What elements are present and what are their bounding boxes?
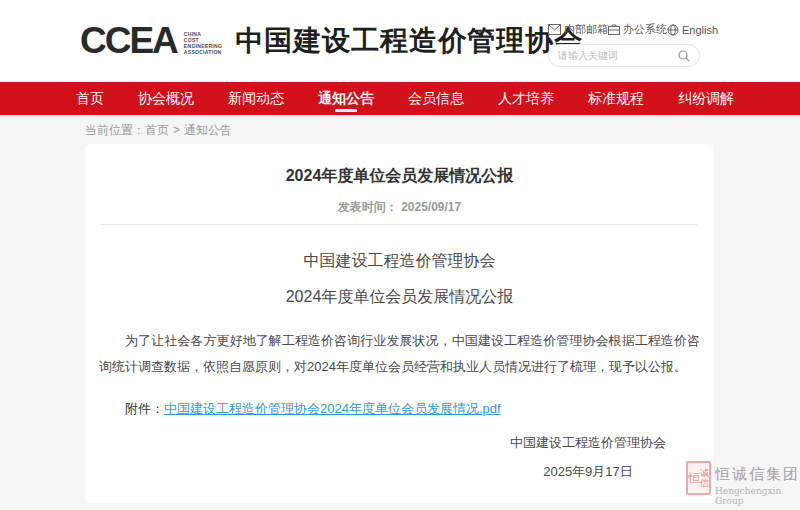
breadcrumb-prefix: 当前位置： — [85, 123, 145, 137]
breadcrumb: 当前位置：首页>通知公告 — [0, 115, 800, 139]
article-title: 2024年度单位会员发展情况公报 — [85, 144, 714, 187]
watermark-text: 恒诚信集团 Hengchengxin Group — [715, 465, 800, 506]
nav-item-news[interactable]: 新闻动态 — [228, 82, 284, 115]
watermark: 恒 诚 信 恒诚信集团 Hengchengxin Group — [686, 461, 800, 506]
search-input[interactable] — [558, 50, 678, 61]
logo-subtext: CHINA COST ENGINEERING ASSOCIATION — [184, 31, 222, 55]
breadcrumb-home-link[interactable]: 首页 — [145, 123, 169, 137]
mail-icon — [548, 24, 561, 35]
nav-item-standards[interactable]: 标准规程 — [588, 82, 644, 115]
attachment-pdf-link[interactable]: 中国建设工程造价管理协会2024年度单位会员发展情况.pdf — [164, 401, 501, 416]
article-meta: 发表时间： 2025/09/17 — [85, 199, 714, 216]
article-card: 2024年度单位会员发展情况公报 发表时间： 2025/09/17 中国建设工程… — [85, 144, 714, 503]
site-logo[interactable]: CCEA CHINA COST ENGINEERING ASSOCIATION … — [80, 20, 583, 62]
logo-subtext-line: ENGINEERING — [184, 43, 222, 49]
quick-link-label: 办公系统 — [623, 22, 667, 37]
watermark-name-en: Hengchengxin Group — [715, 486, 800, 506]
article-paragraph: 为了让社会各方更好地了解工程造价咨询行业发展状况，中国建设工程造价管理协会根据工… — [99, 328, 700, 380]
signature-block: 中国建设工程造价管理协会 2025年9月17日 — [510, 434, 666, 481]
nav-item-home[interactable]: 首页 — [76, 82, 104, 115]
breadcrumb-separator: > — [173, 123, 180, 137]
body-heading-org: 中国建设工程造价管理协会 — [85, 251, 714, 272]
quick-links: 内部邮箱 办公系统 English — [548, 22, 700, 37]
search-box — [548, 44, 700, 67]
seal-char: 信 — [700, 478, 709, 488]
nav-item-training[interactable]: 人才培养 — [498, 82, 554, 115]
quick-link-label: 内部邮箱 — [564, 22, 608, 37]
logo-subtext-line: ASSOCIATION — [184, 49, 222, 55]
globe-icon — [667, 24, 679, 36]
attachment-row: 附件：中国建设工程造价管理协会2024年度单位会员发展情况.pdf — [99, 400, 700, 418]
nav-item-notices[interactable]: 通知公告 — [318, 82, 374, 115]
seal-chars: 诚 信 — [700, 463, 709, 493]
hengchengxin-seal-icon: 恒 诚 信 — [686, 461, 711, 495]
nav-item-members[interactable]: 会员信息 — [408, 82, 464, 115]
quick-link-office-system[interactable]: 办公系统 — [608, 22, 667, 37]
signature-date: 2025年9月17日 — [510, 463, 666, 481]
site-header: CCEA CHINA COST ENGINEERING ASSOCIATION … — [0, 0, 800, 82]
breadcrumb-current[interactable]: 通知公告 — [184, 123, 232, 137]
search-icon — [678, 50, 690, 62]
seal-char: 恒 — [688, 463, 700, 493]
attachment-label: 附件： — [125, 401, 164, 416]
org-name-cn: 中国建设工程造价管理协会 — [235, 22, 583, 60]
logo-acronym: CCEA — [80, 20, 177, 62]
title-divider — [101, 224, 698, 225]
signature-org: 中国建设工程造价管理协会 — [510, 434, 666, 452]
briefcase-icon — [608, 24, 620, 35]
publish-date: 2025/09/17 — [401, 200, 461, 214]
search-button[interactable] — [678, 50, 690, 62]
seal-char: 诚 — [700, 468, 709, 478]
body-heading-title: 2024年度单位会员发展情况公报 — [85, 287, 714, 308]
quick-link-label: English — [682, 24, 718, 36]
main-nav: 首页 协会概况 新闻动态 通知公告 会员信息 人才培养 标准规程 纠纷调解 — [0, 82, 800, 115]
nav-item-mediation[interactable]: 纠纷调解 — [678, 82, 734, 115]
publish-time-label: 发表时间： — [338, 200, 398, 214]
header-right: 内部邮箱 办公系统 English — [548, 22, 700, 67]
watermark-name-cn: 恒诚信集团 — [715, 465, 800, 484]
nav-item-about[interactable]: 协会概况 — [138, 82, 194, 115]
quick-link-internal-mail[interactable]: 内部邮箱 — [548, 22, 608, 37]
quick-link-english[interactable]: English — [667, 24, 718, 36]
